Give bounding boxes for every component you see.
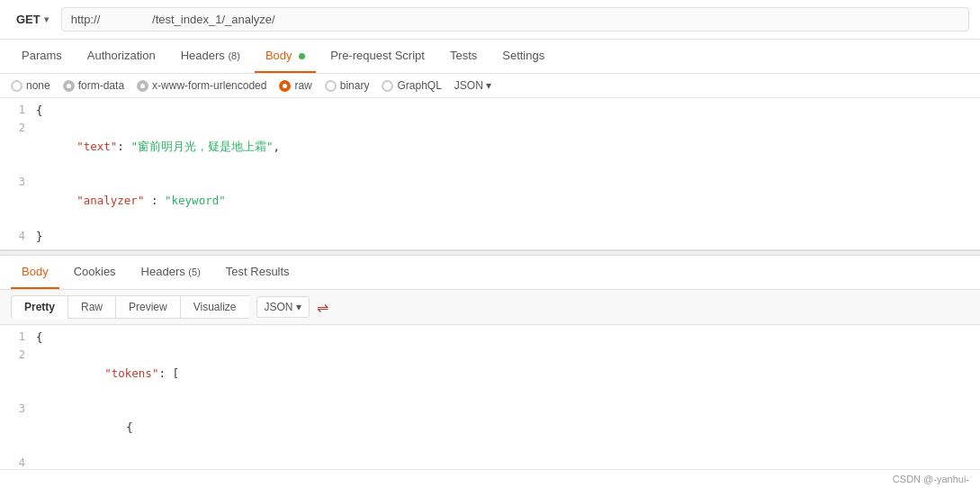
footer-credit: CSDN @-yanhui-	[893, 474, 969, 484]
radio-dot-form-data	[63, 80, 75, 92]
footer: CSDN @-yanhui-	[0, 469, 980, 488]
method-label: GET	[16, 13, 40, 26]
request-tabs: Params Authorization Headers (8) Body Pr…	[0, 40, 980, 74]
response-tabs: Body Cookies Headers (5) Test Results	[0, 256, 980, 290]
tab-params[interactable]: Params	[11, 40, 73, 73]
radio-binary[interactable]: binary	[325, 79, 370, 92]
url-bar: GET ▾	[0, 0, 980, 40]
tab-pre-request-script[interactable]: Pre-request Script	[319, 40, 436, 73]
radio-graphql[interactable]: GraphQL	[382, 79, 441, 92]
method-chevron-icon: ▾	[44, 14, 49, 24]
response-section: Body Cookies Headers (5) Test Results Pr…	[0, 256, 980, 488]
request-line-1: 1 {	[0, 102, 980, 120]
radio-dot-graphql	[382, 80, 393, 92]
request-line-4: 4 }	[0, 228, 980, 246]
body-type-bar: none form-data x-www-form-urlencoded raw…	[0, 74, 980, 98]
response-tab-body[interactable]: Body	[11, 256, 59, 289]
radio-form-data[interactable]: form-data	[63, 79, 124, 92]
response-tab-test-results[interactable]: Test Results	[215, 256, 301, 289]
radio-dot-raw	[279, 80, 291, 92]
response-body-editor: 1 { 2 "tokens": [ 3 { 4 "token": "窗前明月光，…	[0, 325, 980, 488]
view-tabs-bar: Pretty Raw Preview Visualize JSON ▾ ⇌	[0, 290, 980, 325]
tab-authorization[interactable]: Authorization	[76, 40, 166, 73]
body-active-dot	[299, 53, 305, 59]
wrap-icon[interactable]: ⇌	[317, 299, 328, 316]
tab-body[interactable]: Body	[255, 40, 316, 73]
radio-urlencoded[interactable]: x-www-form-urlencoded	[137, 79, 266, 92]
tab-settings[interactable]: Settings	[491, 40, 555, 73]
request-line-3: 3 "analyzer" : "keyword"	[0, 174, 980, 228]
tab-tests[interactable]: Tests	[439, 40, 488, 73]
response-line-1: 1 {	[0, 329, 980, 347]
url-input[interactable]	[61, 7, 969, 32]
response-line-3: 3 {	[0, 401, 980, 455]
response-tab-cookies[interactable]: Cookies	[63, 256, 127, 289]
json-format-selector[interactable]: JSON ▾	[454, 79, 491, 92]
radio-dot-binary	[325, 80, 337, 92]
request-body-editor[interactable]: 1 { 2 "text": "窗前明月光，疑是地上霜", 3 "analyzer…	[0, 98, 980, 250]
response-tab-headers[interactable]: Headers (5)	[130, 256, 211, 289]
view-tab-pretty[interactable]: Pretty	[11, 295, 67, 319]
tab-headers[interactable]: Headers (8)	[170, 40, 251, 73]
request-line-2: 2 "text": "窗前明月光，疑是地上霜",	[0, 120, 980, 174]
method-selector[interactable]: GET ▾	[11, 9, 54, 30]
radio-none[interactable]: none	[11, 79, 50, 92]
view-tab-visualize[interactable]: Visualize	[180, 295, 249, 319]
radio-raw[interactable]: raw	[279, 79, 311, 92]
response-line-2: 2 "tokens": [	[0, 347, 980, 401]
radio-dot-urlencoded	[137, 80, 148, 92]
view-tab-preview[interactable]: Preview	[115, 295, 180, 319]
response-format-selector[interactable]: JSON ▾	[256, 296, 310, 318]
view-tab-raw[interactable]: Raw	[67, 295, 115, 319]
radio-dot-none	[11, 80, 22, 92]
